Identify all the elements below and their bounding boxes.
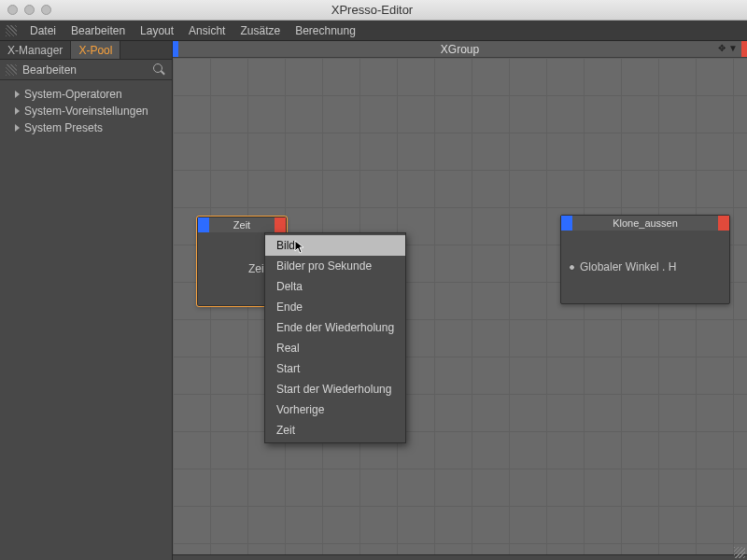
context-menu-item-vorherige[interactable]: Vorherige (265, 399, 405, 420)
xgroup-title: XGroup (178, 43, 741, 56)
port-label: Globaler Winkel . H (580, 260, 676, 273)
menu-ansicht[interactable]: Ansicht (181, 21, 233, 41)
window-titlebar: XPresso-Editor (0, 0, 747, 21)
xgroup-view-icons: ✥ ▼ (718, 43, 738, 53)
expand-icon[interactable]: ✥ (718, 43, 726, 53)
menu-zusaetze[interactable]: Zusätze (233, 21, 288, 41)
left-panel: X-Manager X-Pool Bearbeiten System-Opera… (0, 41, 173, 560)
node-input-handle-icon[interactable] (561, 216, 572, 231)
node-title: Klone_aussen (572, 216, 718, 231)
tree-item-label: System Presets (24, 121, 103, 134)
window-title: XPresso-Editor (51, 3, 693, 17)
tree-item-system-voreinstellungen[interactable]: System-Voreinstellungen (4, 103, 168, 119)
node-input-handle-icon[interactable] (198, 217, 209, 232)
context-menu-item-ende-der-wiederholung[interactable]: Ende der Wiederholung (265, 317, 405, 338)
panel-bottom-border (173, 554, 747, 560)
tree-item-system-operatoren[interactable]: System-Operatoren (4, 86, 168, 103)
chevron-right-icon (15, 124, 20, 132)
xpool-bearbeiten-menu[interactable]: Bearbeiten (22, 63, 153, 77)
toolbar-grip-icon[interactable] (6, 64, 17, 76)
window-minimize-button[interactable] (24, 5, 35, 15)
port-globaler-winkel-h[interactable]: Globaler Winkel . H (569, 260, 722, 273)
node-output-handle-icon[interactable] (718, 216, 729, 231)
xgroup-output-port-icon[interactable] (741, 41, 747, 57)
tree-item-system-presets[interactable]: System Presets (4, 119, 168, 136)
node-output-handle-icon[interactable] (275, 217, 286, 232)
tab-x-pool[interactable]: X-Pool (71, 41, 120, 59)
port-dot-icon[interactable] (569, 264, 575, 271)
context-menu-item-bilder-pro-sekunde[interactable]: Bilder pro Sekunde (265, 256, 405, 276)
context-menu-item-start[interactable]: Start (265, 358, 405, 379)
tree-item-label: System-Operatoren (24, 88, 122, 101)
window-close-button[interactable] (7, 5, 18, 15)
xpool-toolbar: Bearbeiten (0, 60, 172, 80)
window-resize-handle-icon[interactable] (734, 547, 745, 558)
node-klone-aussen[interactable]: Klone_aussen Globaler Winkel . H (560, 215, 730, 304)
xgroup-header[interactable]: XGroup ✥ ▼ (173, 41, 747, 58)
xpool-tree: System-Operatoren System-Voreinstellunge… (0, 80, 172, 142)
chevron-right-icon (15, 107, 20, 115)
context-menu-item-delta[interactable]: Delta (265, 276, 405, 297)
menu-bar: Datei Bearbeiten Layout Ansicht Zusätze … (0, 21, 747, 41)
node-canvas[interactable]: Zeit Zeit Klone_aussen (173, 58, 747, 554)
context-menu-item-start-der-wiederholung[interactable]: Start der Wiederholung (265, 379, 405, 399)
context-menu-item-real[interactable]: Real (265, 338, 405, 358)
tree-item-label: System-Voreinstellungen (24, 105, 148, 118)
context-menu-item-zeit[interactable]: Zeit (265, 420, 405, 441)
chevron-right-icon (15, 91, 20, 98)
search-icon[interactable] (153, 63, 166, 77)
tab-x-manager[interactable]: X-Manager (0, 41, 71, 59)
context-menu-item-bild[interactable]: Bild (265, 235, 405, 256)
menu-bearbeiten[interactable]: Bearbeiten (63, 21, 133, 41)
window-zoom-button[interactable] (41, 5, 51, 15)
context-menu: Bild Bilder pro Sekunde Delta Ende Ende … (264, 232, 406, 443)
menu-datei[interactable]: Datei (22, 21, 63, 41)
menubar-grip-icon[interactable] (6, 25, 17, 36)
right-panel: XGroup ✥ ▼ Zeit Zeit (173, 41, 747, 560)
left-tabs: X-Manager X-Pool (0, 41, 172, 60)
arrow-down-icon[interactable]: ▼ (728, 43, 738, 53)
menu-layout[interactable]: Layout (133, 21, 181, 41)
node-title: Zeit (209, 217, 275, 232)
menu-berechnung[interactable]: Berechnung (288, 21, 363, 41)
context-menu-item-ende[interactable]: Ende (265, 297, 405, 317)
